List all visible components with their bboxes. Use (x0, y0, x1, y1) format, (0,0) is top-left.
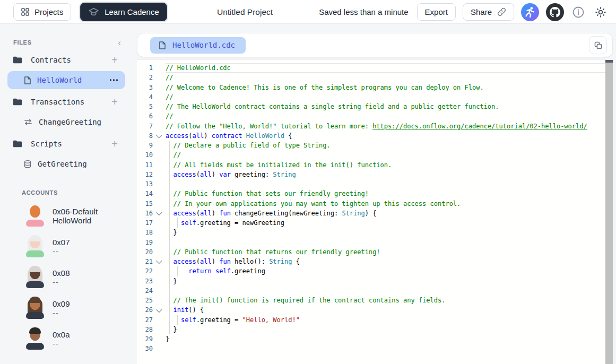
line-text[interactable]: // (166, 150, 613, 160)
account-row-0x08[interactable]: 0x08-- (0, 266, 133, 288)
line-text[interactable]: // (166, 92, 613, 102)
line-number[interactable]: 24 (137, 286, 153, 296)
line-number[interactable]: 8 (137, 131, 153, 141)
line-text[interactable] (166, 344, 613, 353)
line-number[interactable]: 12 (137, 170, 153, 179)
export-button[interactable]: Export (417, 3, 456, 21)
line-text[interactable]: access(all) var greeting: String (166, 170, 613, 179)
add-file-button[interactable]: + (111, 138, 118, 149)
line-number[interactable]: 10 (137, 150, 153, 160)
fold-toggle[interactable] (153, 209, 166, 218)
folder-row-contracts[interactable]: Contracts+ (0, 50, 133, 70)
line-number[interactable]: 26 (137, 305, 153, 315)
line-text[interactable]: // (166, 111, 613, 121)
copy-code-button[interactable] (589, 36, 607, 54)
fold-spacer (153, 228, 166, 237)
line-number[interactable]: 6 (137, 111, 153, 121)
line-text[interactable]: access(all) contract HelloWorld { (166, 131, 613, 141)
line-number[interactable]: 19 (137, 238, 153, 247)
line-text[interactable]: // Public function that sets our friendl… (166, 189, 613, 198)
learn-cadence-button[interactable]: Learn Cadence (80, 3, 167, 21)
item-menu-dots[interactable] (110, 79, 118, 81)
folder-row-transactions[interactable]: Transactions+ (0, 92, 133, 111)
indent-guide (169, 315, 170, 325)
line-number[interactable]: 2 (137, 73, 153, 82)
file-item-helloworld[interactable]: HelloWorld (7, 71, 125, 89)
line-text[interactable]: access(all) fun hello(): String { (166, 257, 613, 266)
projects-button[interactable]: Projects (13, 3, 71, 21)
fold-toggle[interactable] (153, 305, 166, 315)
line-number[interactable]: 3 (137, 83, 153, 92)
line-number[interactable]: 1 (137, 63, 153, 73)
collapse-sidebar-icon[interactable]: ‹ (118, 38, 121, 47)
line-text[interactable]: } (166, 276, 613, 286)
add-file-button[interactable]: + (111, 55, 118, 65)
folder-row-scripts[interactable]: Scripts+ (0, 134, 133, 153)
account-row-0x06-default[interactable]: 0x06-DefaultHelloWorld (0, 205, 133, 227)
line-number[interactable]: 21 (137, 257, 153, 266)
folder-label: Transactions (31, 98, 84, 106)
account-row-0x07[interactable]: 0x07-- (0, 236, 133, 257)
line-text[interactable]: // Public function that returns our frie… (166, 247, 613, 257)
file-item-getgreeting[interactable]: GetGreeting (7, 155, 125, 173)
line-text[interactable]: self.greeting = newGreeting (166, 218, 613, 228)
line-number[interactable]: 30 (137, 344, 153, 353)
line-number[interactable]: 17 (137, 218, 153, 228)
line-number[interactable]: 11 (137, 160, 153, 170)
line-text[interactable]: // Welcome to Cadence! This is one of th… (166, 83, 613, 92)
line-text[interactable]: // (166, 73, 613, 82)
line-number[interactable]: 14 (137, 189, 153, 198)
line-text[interactable]: // In your own applications you may want… (166, 199, 613, 209)
theme-toggle-button[interactable] (593, 4, 609, 20)
line-number[interactable]: 5 (137, 102, 153, 111)
line-number[interactable]: 18 (137, 228, 153, 237)
line-text[interactable]: // The HelloWorld contract contains a si… (166, 102, 613, 111)
line-text[interactable]: access(all) fun changeGreeting(newGreeti… (166, 209, 613, 218)
flow-runner-button[interactable] (521, 3, 539, 21)
line-text[interactable]: // Declare a public field of type String… (166, 141, 613, 150)
editor-scrollbar[interactable] (605, 60, 613, 364)
code-token: .greeting = (196, 316, 242, 324)
line-text[interactable]: } (166, 228, 613, 237)
add-file-button[interactable]: + (111, 97, 118, 107)
line-text[interactable] (166, 179, 613, 189)
tab-helloworld-cdc[interactable]: HelloWorld.cdc (150, 37, 246, 54)
line-number[interactable]: 7 (137, 122, 153, 131)
file-item-changegreeting[interactable]: ChangeGreeting (7, 113, 125, 131)
line-number[interactable]: 22 (137, 266, 153, 276)
line-number[interactable]: 9 (137, 141, 153, 150)
line-number[interactable]: 20 (137, 247, 153, 257)
line-text[interactable]: } (166, 325, 613, 334)
code-token: // Welcome to Cadence! This is one of th… (166, 84, 484, 91)
line-number[interactable]: 27 (137, 315, 153, 325)
code-link[interactable]: https://docs.onflow.org/cadence/tutorial… (372, 123, 587, 130)
code-token: changeGreeting(newGreeting: (231, 210, 342, 217)
account-row-0x09[interactable]: 0x09-- (0, 297, 133, 319)
line-text[interactable]: // HelloWorld.cdc (166, 63, 613, 73)
fold-toggle[interactable] (153, 257, 166, 266)
fold-spacer (153, 266, 166, 276)
line-number[interactable]: 15 (137, 199, 153, 209)
line-text[interactable]: return self.greeting (166, 266, 613, 276)
account-row-0x0a[interactable]: 0x0a-- (0, 328, 133, 350)
line-text[interactable]: self.greeting = "Hello, World!" (166, 315, 613, 325)
line-number[interactable]: 23 (137, 276, 153, 286)
line-text[interactable]: } (166, 334, 613, 344)
line-text[interactable]: // Follow the "Hello, World!" tutorial t… (166, 122, 613, 131)
info-button[interactable] (571, 5, 586, 20)
line-text[interactable] (166, 286, 613, 296)
line-text[interactable]: // The init() function is required if th… (166, 296, 613, 305)
code-editor[interactable]: 1// HelloWorld.cdc2//3// Welcome to Cade… (137, 59, 613, 364)
line-number[interactable]: 29 (137, 334, 153, 344)
line-number[interactable]: 16 (137, 209, 153, 218)
line-text[interactable]: // All fields must be initialized in the… (166, 160, 613, 170)
github-button[interactable] (546, 3, 564, 21)
fold-toggle[interactable] (153, 131, 166, 141)
line-number[interactable]: 13 (137, 179, 153, 189)
line-number[interactable]: 4 (137, 92, 153, 102)
line-number[interactable]: 25 (137, 296, 153, 305)
line-text[interactable] (166, 238, 613, 247)
share-button[interactable]: Share (463, 3, 514, 21)
line-text[interactable]: init() { (166, 305, 613, 315)
line-number[interactable]: 28 (137, 325, 153, 334)
